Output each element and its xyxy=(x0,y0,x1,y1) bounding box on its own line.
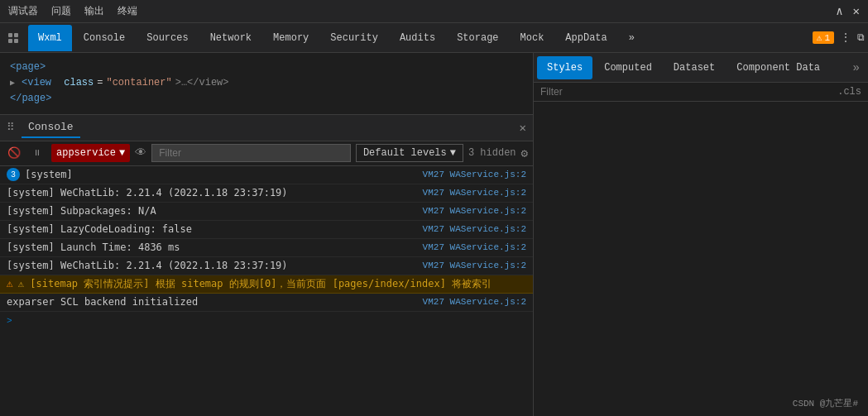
right-tab-componentdata[interactable]: Component Data xyxy=(727,56,830,79)
console-text: ⚠ [sitemap 索引情况提示] 根据 sitemap 的规则[0]，当前页… xyxy=(18,277,526,291)
tab-security[interactable]: Security xyxy=(320,25,388,51)
hidden-count: 3 hidden xyxy=(468,147,516,159)
minimize-button[interactable]: ∧ xyxy=(836,4,842,18)
tab-dock-icon[interactable]: ⧉ xyxy=(857,32,865,44)
tab-console[interactable]: Console xyxy=(74,25,135,51)
appservice-select[interactable]: appservice ▼ xyxy=(51,144,130,162)
drag-handle-icon[interactable]: ⠿ xyxy=(7,121,15,134)
close-button[interactable]: ✕ xyxy=(853,4,860,18)
console-row: [system] Subpackages: N/A VM27 WAService… xyxy=(0,203,533,221)
console-header-icons: ⠿ xyxy=(7,121,15,134)
console-link[interactable]: VM27 WAService.js:2 xyxy=(423,170,526,179)
right-panel-more-icon[interactable]: » xyxy=(848,61,865,74)
console-filter-input[interactable] xyxy=(151,144,351,162)
console-prompt-row: > xyxy=(0,312,533,330)
tab-mock[interactable]: Mock xyxy=(511,25,554,51)
warning-badge: ⚠ 1 xyxy=(813,31,834,44)
tab-network[interactable]: Network xyxy=(200,25,261,51)
console-link[interactable]: VM27 WAService.js:2 xyxy=(423,261,526,270)
console-link[interactable]: VM27 WAService.js:2 xyxy=(423,206,526,216)
menu-item-issues[interactable]: 问题 xyxy=(51,4,71,18)
svg-rect-3 xyxy=(14,39,18,43)
tab-audits[interactable]: Audits xyxy=(390,25,445,51)
tab-memory[interactable]: Memory xyxy=(263,25,319,51)
svg-rect-0 xyxy=(8,33,12,37)
code-class-attr: class xyxy=(64,75,94,91)
console-text: [system] Subpackages: N/A xyxy=(7,205,423,217)
console-toolbar: 🚫 ⏸ appservice ▼ 👁 Default levels ▼ 3 hi… xyxy=(0,141,533,166)
console-prompt-input[interactable] xyxy=(17,315,526,327)
console-badge: 3 xyxy=(7,168,20,181)
console-link[interactable]: VM27 WAService.js:2 xyxy=(423,224,526,234)
collapse-icon[interactable]: ▶ xyxy=(10,77,15,90)
console-close-button[interactable]: ✕ xyxy=(520,121,526,135)
menu-item-output[interactable]: 输出 xyxy=(84,4,104,18)
watermark: CSDN @九芒星# xyxy=(793,397,858,409)
console-row: [system] WeChatLib: 2.21.4 (2022.1.18 23… xyxy=(0,257,533,275)
clear-console-button[interactable]: 🚫 xyxy=(5,144,23,162)
code-line-3: </page> xyxy=(10,91,523,107)
right-tab-computed[interactable]: Computed xyxy=(594,56,662,79)
eye-icon[interactable]: 👁 xyxy=(135,146,146,160)
code-ellipsis: >…</view> xyxy=(175,75,229,91)
console-link[interactable]: VM27 WAService.js:2 xyxy=(423,242,526,252)
console-text: [system] xyxy=(25,169,423,180)
console-text: exparser SCL backend initialized xyxy=(7,296,423,308)
default-levels-select[interactable]: Default levels ▼ xyxy=(356,144,463,162)
title-bar-menu: 调试器 问题 输出 终端 xyxy=(8,4,137,18)
warning-row-icon: ⚠ xyxy=(7,277,13,290)
right-tab-dataset[interactable]: Dataset xyxy=(664,56,725,79)
console-row: [system] Launch Time: 4836 ms VM27 WASer… xyxy=(0,239,533,257)
code-equals: = xyxy=(97,75,103,91)
dropdown-arrow-icon: ▼ xyxy=(119,147,125,159)
right-tab-styles[interactable]: Styles xyxy=(537,56,592,79)
cls-button[interactable]: .cls xyxy=(837,86,861,98)
appservice-label: appservice xyxy=(56,147,116,159)
console-text: [system] WeChatLib: 2.21.4 (2022.1.18 23… xyxy=(7,187,423,198)
svg-rect-2 xyxy=(8,39,12,43)
filter-row: .cls xyxy=(534,83,868,102)
console-section: ⠿ Console ✕ 🚫 ⏸ appservice ▼ 👁 Default l… xyxy=(0,115,533,416)
console-row: 3 [system] VM27 WAService.js:2 xyxy=(0,166,533,184)
code-class-val: "container" xyxy=(106,75,171,91)
warning-count: 1 xyxy=(824,33,830,43)
console-text: [system] Launch Time: 4836 ms xyxy=(7,241,423,253)
tab-extra: ⚠ 1 ⋮ ⧉ xyxy=(813,31,865,44)
code-page-close: </page> xyxy=(10,91,51,107)
console-label[interactable]: Console xyxy=(22,117,80,138)
right-panel: Styles Computed Dataset Component Data »… xyxy=(534,53,868,416)
settings-icon[interactable]: ⚙ xyxy=(521,146,528,160)
tab-wxml[interactable]: Wxml xyxy=(28,25,72,51)
title-bar-controls: ∧ ✕ xyxy=(836,4,860,18)
styles-filter-input[interactable] xyxy=(540,86,837,98)
code-page-open: <page> xyxy=(10,60,46,75)
default-levels-label: Default levels xyxy=(363,147,447,159)
warning-icon: ⚠ xyxy=(817,32,822,43)
console-header: ⠿ Console ✕ xyxy=(0,115,533,141)
tab-storage[interactable]: Storage xyxy=(447,25,508,51)
tab-appdata[interactable]: AppData xyxy=(555,25,616,51)
pause-button[interactable]: ⏸ xyxy=(28,144,46,162)
code-area: <page> ▶ <view class = "container" >…</v… xyxy=(0,53,533,115)
code-line-1: <page> xyxy=(10,60,523,75)
tab-bar-icon xyxy=(3,28,23,48)
tab-sources[interactable]: Sources xyxy=(137,25,198,51)
tab-bar: Wxml Console Sources Network Memory Secu… xyxy=(0,23,868,53)
menu-item-debugger[interactable]: 调试器 xyxy=(8,4,38,18)
toolbar-right: 3 hidden ⚙ xyxy=(468,146,528,160)
console-row: exparser SCL backend initialized VM27 WA… xyxy=(0,294,533,312)
console-output[interactable]: 3 [system] VM27 WAService.js:2 [system] … xyxy=(0,166,533,416)
levels-dropdown-icon: ▼ xyxy=(450,147,456,159)
svg-rect-1 xyxy=(14,33,18,37)
console-link[interactable]: VM27 WAService.js:2 xyxy=(423,297,526,307)
right-content-area xyxy=(534,102,868,416)
menu-item-terminal[interactable]: 终端 xyxy=(117,4,137,18)
console-warning-row: ⚠ ⚠ [sitemap 索引情况提示] 根据 sitemap 的规则[0]，当… xyxy=(0,275,533,294)
console-link[interactable]: VM27 WAService.js:2 xyxy=(423,188,526,198)
code-line-2: ▶ <view class = "container" >…</view> xyxy=(10,75,523,91)
console-row: [system] LazyCodeLoading: false VM27 WAS… xyxy=(0,221,533,239)
prompt-arrow-icon: > xyxy=(7,316,12,326)
tab-more[interactable]: » xyxy=(619,25,645,51)
code-view-tag: <view xyxy=(22,75,51,91)
tab-menu-icon[interactable]: ⋮ xyxy=(841,31,851,44)
